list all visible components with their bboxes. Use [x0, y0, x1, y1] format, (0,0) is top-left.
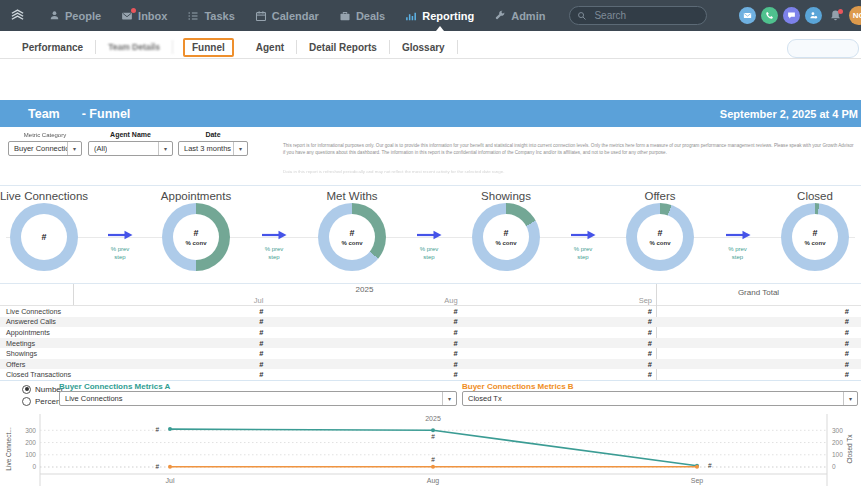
prev-step-label: % prev step — [105, 246, 135, 262]
search-input[interactable] — [592, 9, 696, 22]
grand-total-cell: # — [656, 360, 861, 369]
table-row[interactable]: Live Connections#### — [0, 306, 861, 317]
month-cell: # — [267, 317, 461, 326]
table-row[interactable]: Answered Calls#### — [0, 317, 861, 328]
nav-item-label: Reporting — [422, 10, 474, 22]
disclaimer-fine-print: Data in this report is refreshed periodi… — [283, 169, 857, 174]
month-cell: # — [462, 317, 656, 326]
metric-a-select[interactable]: Live Connections▾ — [59, 391, 457, 406]
row-label: Answered Calls — [0, 317, 73, 326]
funnel-step-arrow: % prev step — [555, 226, 611, 262]
tab-performance[interactable]: Performance — [10, 40, 96, 54]
donut-center: # — [10, 203, 78, 271]
prev-step-label: % prev step — [723, 246, 753, 262]
month-header: Jul — [73, 296, 267, 305]
funnel-stage-closed: Closed#% conv — [760, 186, 861, 271]
table-row[interactable]: Appointments#### — [0, 327, 861, 338]
report-timestamp: September 2, 2025 at 4 PM — [720, 108, 858, 120]
stage-value: # — [349, 228, 354, 238]
funnel-stage-title: Offers — [644, 189, 675, 203]
notifications-bell-icon[interactable] — [829, 9, 842, 22]
y-tick-left: 0 — [32, 463, 36, 470]
month-cell: # — [462, 339, 656, 348]
chevron-down-icon: ▾ — [843, 392, 857, 405]
search-icon — [577, 7, 587, 25]
tab-detail-reports[interactable]: Detail Reports — [297, 40, 390, 54]
table-row[interactable]: Offers#### — [0, 359, 861, 370]
nav-item-tasks[interactable]: Tasks — [177, 0, 244, 31]
chevron-down-icon: ▾ — [158, 142, 172, 155]
prev-step-label: % prev step — [568, 246, 598, 262]
prev-step-label: % prev step — [259, 246, 289, 262]
grand-total-cell: # — [656, 349, 861, 358]
nav-item-label: Tasks — [204, 10, 234, 22]
dialer-action-button[interactable] — [805, 7, 822, 24]
month-cell: # — [73, 370, 267, 379]
arrow-right-icon — [416, 230, 442, 240]
metrics-table: 2025Grand TotalJulAugSepLive Connections… — [0, 284, 861, 381]
metric-b-select[interactable]: Closed Tx▾ — [462, 391, 858, 406]
table-row[interactable]: Closed Transactions#### — [0, 369, 861, 380]
global-search[interactable] — [569, 6, 707, 25]
nav-item-admin[interactable]: Admin — [484, 0, 555, 31]
row-label: Showings — [0, 349, 73, 358]
funnel-title-suffix: - Funnel — [82, 107, 131, 121]
table-row[interactable]: Meetings#### — [0, 338, 861, 349]
main-nav: PeopleInboxTasksCalendarDealsReportingAd… — [39, 0, 555, 31]
month-header: Aug — [267, 296, 461, 305]
point-label: # — [708, 462, 712, 469]
agent-name-label: Agent Name — [88, 131, 173, 138]
x-tick-label: Jul — [166, 477, 175, 484]
report-tabbar: PerformanceTeam DetailsFunnelAgentDetail… — [0, 36, 861, 59]
funnel-stage-appointments: Appointments#% conv — [141, 186, 251, 271]
date-label: Date — [178, 131, 248, 138]
stage-value: # — [41, 232, 46, 242]
nav-item-inbox[interactable]: Inbox — [111, 0, 177, 31]
funnel-stage-title: Showings — [481, 189, 531, 203]
nav-item-people[interactable]: People — [39, 0, 111, 31]
funnel-stage-met-withs: Met Withs#% conv — [297, 186, 407, 271]
user-avatar[interactable]: NC — [849, 6, 861, 25]
metric-b-value: Closed Tx — [468, 394, 502, 403]
metric-a-label: Buyer Connections Metrics A — [59, 382, 170, 391]
metric-category-select[interactable]: Buyer Connections▾ — [8, 141, 82, 156]
radio-number[interactable]: Number — [22, 383, 63, 395]
nav-item-reporting[interactable]: Reporting — [395, 0, 484, 31]
stage-value: # — [812, 228, 817, 238]
chevron-down-icon: ▾ — [233, 142, 247, 155]
donut-center: #% conv — [162, 203, 230, 271]
top-navbar: PeopleInboxTasksCalendarDealsReportingAd… — [0, 0, 861, 31]
month-cell: # — [462, 360, 656, 369]
data-point — [431, 428, 435, 432]
tasks-icon — [187, 10, 199, 22]
chat-widget-button[interactable] — [787, 39, 859, 58]
funnel-stage-title: Live Connections — [0, 189, 88, 203]
email-action-button[interactable] — [739, 7, 756, 24]
stage-value: # — [193, 228, 198, 238]
row-label: Offers — [0, 360, 73, 369]
tab-glossary[interactable]: Glossary — [390, 40, 458, 54]
app-logo-icon[interactable] — [10, 8, 25, 23]
table-row[interactable]: Showings#### — [0, 348, 861, 359]
agent-name-select[interactable]: (All)▾ — [88, 141, 173, 156]
tab-team-details[interactable]: Team Details — [96, 40, 173, 54]
grand-total-cell: # — [656, 339, 861, 348]
arrow-right-icon — [107, 230, 133, 240]
month-cell: # — [73, 317, 267, 326]
x-tick-label: Aug — [427, 477, 440, 485]
nav-item-deals[interactable]: Deals — [329, 0, 395, 31]
date-select[interactable]: Last 3 months▾ — [178, 141, 248, 156]
x-tick-label: Sep — [691, 477, 704, 485]
page-title: Team - Funnel — [28, 107, 130, 121]
funnel-donut: #% conv — [781, 203, 849, 271]
report-tabs: PerformanceTeam DetailsFunnelAgentDetail… — [10, 36, 458, 58]
phone-action-button[interactable] — [761, 7, 778, 24]
tab-funnel[interactable]: Funnel — [183, 38, 234, 57]
metric-category-value: Buyer Connections — [14, 144, 67, 153]
chat-action-button[interactable] — [783, 7, 800, 24]
row-label: Live Connections — [0, 307, 73, 316]
nav-item-calendar[interactable]: Calendar — [245, 0, 329, 31]
radio-percent[interactable]: Percent — [22, 395, 63, 407]
tab-agent[interactable]: Agent — [244, 40, 297, 54]
notification-dot — [131, 8, 136, 13]
